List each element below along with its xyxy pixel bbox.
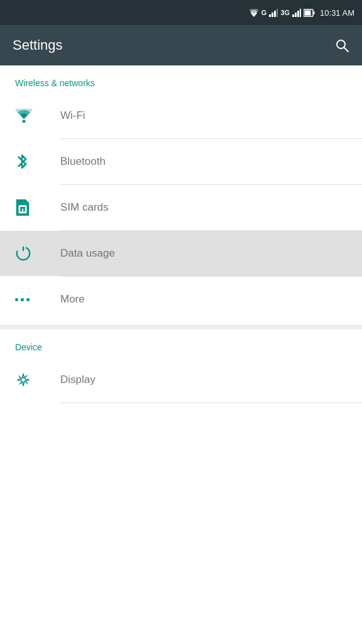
svg-rect-18 (20, 207, 25, 209)
svg-rect-10 (314, 11, 315, 14)
wifi-label: Wi-Fi (60, 109, 85, 122)
settings-item-more[interactable]: More (0, 277, 362, 322)
g-indicator: G (261, 9, 267, 16)
3g-indicator: 3G (280, 9, 290, 16)
signal-icon (269, 9, 278, 17)
search-button[interactable] (334, 38, 349, 53)
svg-rect-6 (295, 13, 297, 17)
svg-rect-8 (300, 9, 301, 17)
svg-line-13 (344, 48, 349, 52)
svg-point-14 (23, 120, 26, 123)
display-label: Display (60, 374, 96, 386)
section-header-wireless: Wireless & networks (0, 65, 362, 93)
settings-item-sim[interactable]: SIM cards (0, 185, 362, 230)
wifi-icon (15, 109, 45, 123)
data-usage-icon (15, 245, 45, 262)
more-label: More (60, 293, 85, 306)
status-icons: G 3G 10:31 AM (249, 8, 354, 18)
data-usage-label: Data usage (60, 247, 115, 260)
status-time: 10:31 AM (320, 8, 354, 18)
status-bar: G 3G 10:31 AM (0, 0, 362, 25)
more-dot-1 (15, 298, 18, 301)
svg-rect-15 (19, 205, 27, 213)
settings-item-data-usage[interactable]: Data usage (0, 231, 362, 276)
signal-icon-2 (292, 9, 301, 17)
more-dot-3 (26, 298, 30, 301)
sim-icon (15, 199, 45, 216)
bluetooth-icon (15, 153, 45, 170)
svg-rect-3 (274, 11, 276, 17)
svg-rect-11 (305, 10, 311, 15)
section-header-device: Device (0, 330, 362, 357)
svg-rect-4 (277, 9, 278, 17)
display-icon (15, 372, 45, 388)
settings-item-display[interactable]: Display (0, 357, 362, 402)
settings-item-bluetooth[interactable]: Bluetooth (0, 139, 362, 184)
svg-rect-7 (297, 11, 299, 17)
svg-rect-1 (269, 14, 271, 17)
section-divider (0, 325, 362, 330)
more-icon (15, 298, 45, 301)
sim-label: SIM cards (60, 201, 109, 214)
settings-item-wifi[interactable]: Wi-Fi (0, 93, 362, 138)
search-icon (334, 38, 349, 53)
more-dots (15, 298, 30, 301)
bluetooth-label: Bluetooth (60, 155, 106, 168)
svg-rect-2 (272, 13, 273, 17)
page-title: Settings (13, 37, 63, 53)
settings-content: Wireless & networks Wi-Fi Bluetooth (0, 65, 362, 403)
svg-point-23 (21, 378, 25, 382)
divider-display (60, 402, 362, 403)
svg-rect-5 (292, 14, 294, 17)
battery-icon (304, 9, 315, 17)
wifi-status-icon (249, 9, 259, 17)
more-dot-2 (21, 298, 24, 301)
toolbar: Settings (0, 25, 362, 65)
